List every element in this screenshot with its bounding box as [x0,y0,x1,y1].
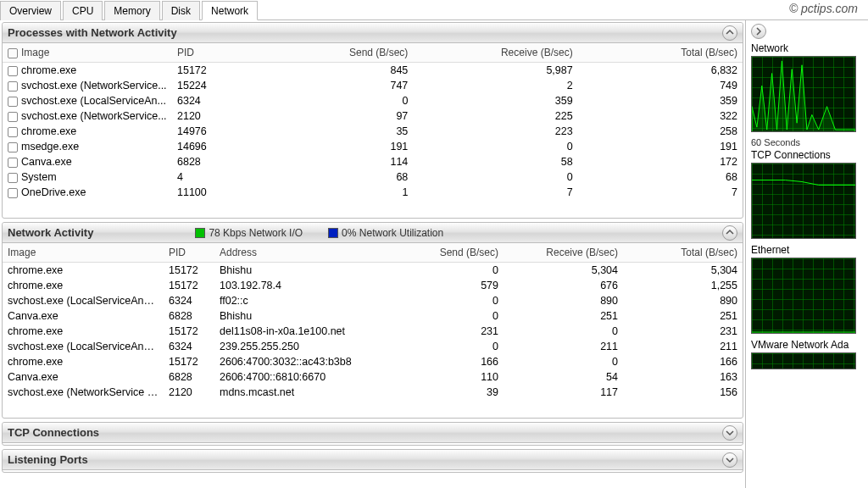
row-checkbox[interactable] [8,127,18,137]
col-address[interactable]: Address [214,243,384,263]
table-row[interactable]: Canva.exe68282606:4700::6810:66701105416… [3,369,743,385]
tab-disk[interactable]: Disk [162,1,200,20]
table-row[interactable]: svchost.exe (NetworkService...2120972253… [3,108,743,124]
table-row[interactable]: svchost.exe (NetworkService...1522474727… [3,78,743,93]
col-pid[interactable]: PID [172,43,248,63]
sidebar-expand-button[interactable] [751,24,766,39]
table-row[interactable]: Canva.exe682811458172 [3,154,743,169]
col-pid[interactable]: PID [164,243,214,263]
graph-title-vmware: VMware Network Ada [751,339,865,351]
row-checkbox[interactable] [8,97,18,107]
panel-tcp-connections: TCP Connections [2,422,743,446]
row-checkbox[interactable] [8,158,18,168]
table-row[interactable]: chrome.exe15172103.192.78.45796761,255 [3,278,743,293]
expand-button[interactable] [722,452,737,468]
legend-util-text: 0% Network Utilization [342,227,443,239]
table-row[interactable]: svchost.exe (LocalServiceAndNo...6324239… [3,339,743,354]
graph-title-tcp: TCP Connections [751,149,865,161]
graph-vmware [751,352,856,369]
checkbox-all[interactable] [8,48,18,58]
row-checkbox[interactable] [8,66,18,76]
graph-title-ethernet: Ethernet [751,244,865,256]
table-row[interactable]: chrome.exe151722606:4700:3032::ac43:b3b8… [3,354,743,369]
table-row[interactable]: Canva.exe6828Bhishu0251251 [3,308,743,324]
graph-caption-60s: 60 Seconds [751,137,865,147]
legend-io-text: 78 Kbps Network I/O [209,227,303,239]
legend-util-chip [328,228,338,238]
row-checkbox[interactable] [8,188,18,198]
table-row[interactable]: chrome.exe15172Bhishu05,3045,304 [3,263,743,279]
graph-ethernet [751,258,856,334]
col-send[interactable]: Send (B/sec) [384,243,504,263]
collapse-button[interactable] [722,25,737,41]
sidebar-graphs: Network 60 Seconds TCP Connections Ether… [746,20,868,488]
tab-memory[interactable]: Memory [104,1,159,20]
tab-network[interactable]: Network [202,1,258,20]
col-recv[interactable]: Receive (B/sec) [413,43,577,63]
table-row[interactable]: msedge.exe146961910191 [3,139,743,154]
col-total[interactable]: Total (B/sec) [578,43,743,63]
panel-listening-ports: Listening Ports [2,449,743,473]
table-row[interactable]: svchost.exe (LocalServiceAndNo...6324ff0… [3,293,743,308]
table-row[interactable]: chrome.exe15172del11s08-in-x0a.1e100.net… [3,324,743,339]
graph-network [751,56,856,132]
col-image[interactable]: Image [3,43,172,63]
collapse-button[interactable] [722,225,737,241]
watermark: © pctips.com [789,2,858,15]
panel4-title: Listening Ports [8,453,88,466]
panel-processes-net-activity: Processes with Network Activity Image PI… [2,22,743,219]
table-row[interactable]: chrome.exe151728455,9876,832 [3,63,743,79]
expand-button[interactable] [722,425,737,441]
row-checkbox[interactable] [8,173,18,183]
tab-bar: Overview CPU Memory Disk Network © pctip… [0,0,868,20]
table-row[interactable]: svchost.exe (LocalServiceAn...6324035935… [3,93,743,108]
panel1-title: Processes with Network Activity [8,26,177,39]
table-row[interactable]: svchost.exe (NetworkService -p)2120mdns.… [3,385,743,400]
tab-overview[interactable]: Overview [0,1,61,20]
col-send[interactable]: Send (B/sec) [248,43,413,63]
table-row[interactable]: System468068 [3,169,743,185]
panel3-title: TCP Connections [8,426,99,439]
row-checkbox[interactable] [8,142,18,152]
legend-io-chip [195,228,205,238]
table-row[interactable]: OneDrive.exe11100177 [3,185,743,200]
col-recv[interactable]: Receive (B/sec) [504,243,623,263]
panel-network-activity: Network Activity 78 Kbps Network I/O 0% … [2,222,743,419]
col-image[interactable]: Image [3,243,164,263]
graph-title-network: Network [751,42,865,54]
row-checkbox[interactable] [8,112,18,122]
graph-tcp [751,163,856,239]
panel2-title: Network Activity [8,226,93,239]
table-row[interactable]: chrome.exe1497635223258 [3,124,743,139]
row-checkbox[interactable] [8,81,18,92]
tab-cpu[interactable]: CPU [63,1,103,20]
col-total[interactable]: Total (B/sec) [623,243,743,263]
